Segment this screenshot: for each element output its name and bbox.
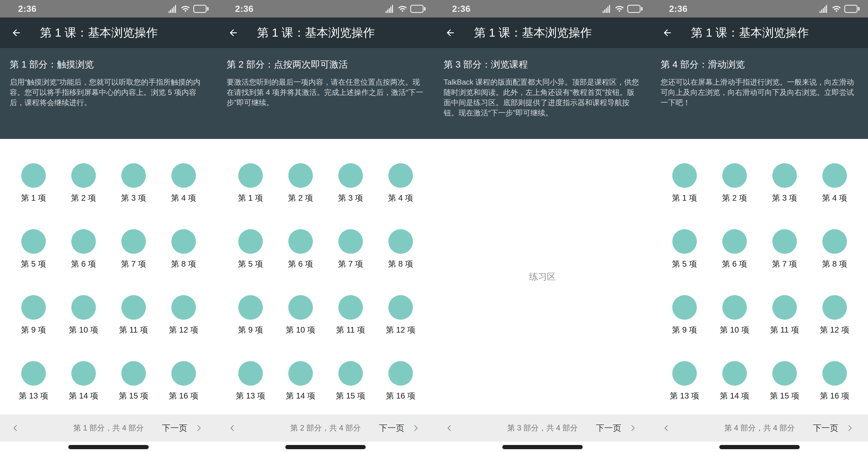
practice-item[interactable]: 第 6 项 [276, 229, 326, 268]
next-page-button[interactable]: 下一页 [813, 415, 854, 442]
previous-page-button[interactable] [12, 415, 19, 442]
back-button[interactable] [11, 28, 22, 38]
next-page-button[interactable]: 下一页 [596, 415, 637, 442]
item-circle-icon[interactable] [389, 229, 413, 254]
practice-item[interactable]: 第 12 项 [375, 295, 426, 334]
item-circle-icon[interactable] [172, 229, 196, 254]
item-circle-icon[interactable] [288, 229, 313, 254]
practice-item[interactable]: 第 2 项 [710, 163, 760, 202]
item-circle-icon[interactable] [672, 295, 697, 320]
practice-item[interactable]: 第 1 项 [659, 163, 710, 202]
home-gesture-handle[interactable] [285, 445, 366, 449]
item-circle-icon[interactable] [722, 229, 747, 254]
previous-page-button[interactable] [663, 415, 670, 442]
item-circle-icon[interactable] [172, 361, 196, 386]
practice-item[interactable]: 第 1 项 [225, 163, 276, 202]
practice-item[interactable]: 第 2 项 [59, 163, 108, 202]
item-circle-icon[interactable] [772, 295, 797, 320]
previous-page-button[interactable] [446, 415, 453, 442]
practice-item[interactable]: 第 5 项 [225, 229, 276, 268]
item-circle-icon[interactable] [21, 295, 46, 320]
practice-item[interactable]: 第 3 项 [326, 163, 375, 202]
practice-item[interactable]: 第 5 项 [659, 229, 710, 268]
item-circle-icon[interactable] [772, 163, 797, 188]
practice-item[interactable]: 第 13 项 [225, 361, 276, 400]
practice-item[interactable]: 第 9 项 [8, 295, 59, 334]
practice-item[interactable]: 第 15 项 [760, 361, 809, 400]
practice-item[interactable]: 第 14 项 [710, 361, 760, 400]
item-circle-icon[interactable] [389, 361, 413, 386]
practice-item[interactable]: 第 7 项 [760, 229, 809, 268]
practice-item[interactable]: 第 6 项 [710, 229, 760, 268]
practice-item[interactable]: 第 16 项 [375, 361, 426, 400]
item-circle-icon[interactable] [338, 229, 363, 254]
practice-item[interactable]: 第 14 项 [276, 361, 326, 400]
practice-item[interactable]: 第 4 项 [158, 163, 209, 202]
practice-item[interactable]: 第 13 项 [8, 361, 59, 400]
item-circle-icon[interactable] [21, 229, 46, 254]
practice-item[interactable]: 第 16 项 [809, 361, 860, 400]
item-circle-icon[interactable] [823, 229, 847, 254]
practice-item[interactable]: 第 15 项 [108, 361, 158, 400]
item-circle-icon[interactable] [389, 295, 413, 320]
item-circle-icon[interactable] [772, 361, 797, 386]
item-circle-icon[interactable] [338, 361, 363, 386]
home-gesture-handle[interactable] [502, 445, 583, 449]
practice-item[interactable]: 第 2 项 [276, 163, 326, 202]
item-circle-icon[interactable] [672, 163, 697, 188]
item-circle-icon[interactable] [238, 163, 263, 188]
item-circle-icon[interactable] [21, 361, 46, 386]
item-circle-icon[interactable] [71, 295, 96, 320]
practice-item[interactable]: 第 4 项 [375, 163, 426, 202]
item-circle-icon[interactable] [121, 361, 146, 386]
back-button[interactable] [445, 28, 456, 38]
item-circle-icon[interactable] [823, 361, 847, 386]
item-circle-icon[interactable] [238, 295, 263, 320]
practice-item[interactable]: 第 7 项 [326, 229, 375, 268]
item-circle-icon[interactable] [288, 163, 313, 188]
practice-item[interactable]: 第 12 项 [809, 295, 860, 334]
home-gesture-handle[interactable] [68, 445, 149, 449]
item-circle-icon[interactable] [172, 163, 196, 188]
item-circle-icon[interactable] [389, 163, 413, 188]
practice-item[interactable]: 第 11 项 [760, 295, 809, 334]
item-circle-icon[interactable] [288, 361, 313, 386]
practice-item[interactable]: 第 3 项 [760, 163, 809, 202]
item-circle-icon[interactable] [722, 163, 747, 188]
previous-page-button[interactable] [229, 415, 236, 442]
item-circle-icon[interactable] [71, 361, 96, 386]
practice-item[interactable]: 第 1 项 [8, 163, 59, 202]
practice-item[interactable]: 第 9 项 [659, 295, 710, 334]
practice-item[interactable]: 第 16 项 [158, 361, 209, 400]
practice-item[interactable]: 第 9 项 [225, 295, 276, 334]
practice-item[interactable]: 第 7 项 [108, 229, 158, 268]
practice-item[interactable]: 第 10 项 [276, 295, 326, 334]
practice-item[interactable]: 第 8 项 [375, 229, 426, 268]
back-button[interactable] [228, 28, 239, 38]
item-circle-icon[interactable] [672, 229, 697, 254]
practice-item[interactable]: 第 11 项 [326, 295, 375, 334]
item-circle-icon[interactable] [121, 229, 146, 254]
item-circle-icon[interactable] [121, 163, 146, 188]
home-gesture-handle[interactable] [719, 445, 800, 449]
practice-item[interactable]: 第 15 项 [326, 361, 375, 400]
item-circle-icon[interactable] [338, 163, 363, 188]
item-circle-icon[interactable] [672, 361, 697, 386]
item-circle-icon[interactable] [121, 295, 146, 320]
item-circle-icon[interactable] [238, 361, 263, 386]
item-circle-icon[interactable] [288, 295, 313, 320]
item-circle-icon[interactable] [172, 295, 196, 320]
item-circle-icon[interactable] [71, 229, 96, 254]
practice-item[interactable]: 第 3 项 [108, 163, 158, 202]
next-page-button[interactable]: 下一页 [379, 415, 420, 442]
item-circle-icon[interactable] [823, 163, 847, 188]
practice-item[interactable]: 第 14 项 [59, 361, 108, 400]
practice-item[interactable]: 第 4 项 [809, 163, 860, 202]
item-circle-icon[interactable] [722, 361, 747, 386]
practice-item[interactable]: 第 10 项 [710, 295, 760, 334]
practice-item[interactable]: 第 12 项 [158, 295, 209, 334]
practice-item[interactable]: 第 5 项 [8, 229, 59, 268]
practice-item[interactable]: 第 6 项 [59, 229, 108, 268]
next-page-button[interactable]: 下一页 [162, 415, 203, 442]
item-circle-icon[interactable] [722, 295, 747, 320]
